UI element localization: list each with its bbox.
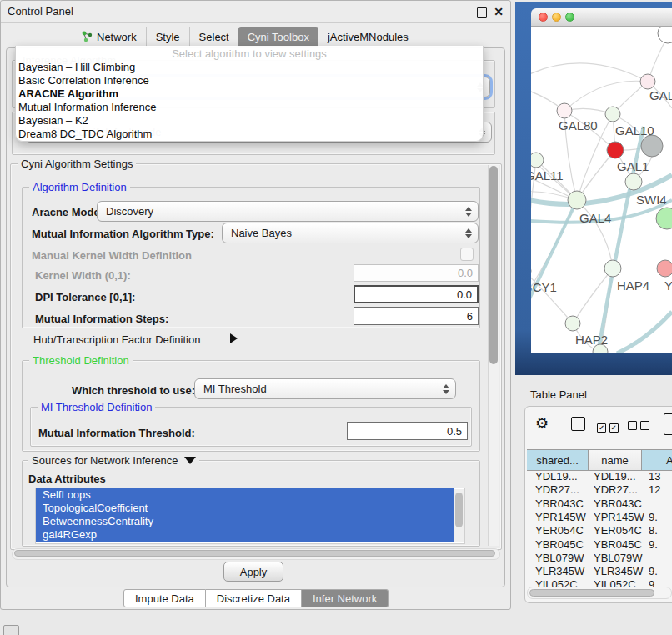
- settings-vertical-scrollbar[interactable]: [488, 165, 499, 546]
- network-window-titlebar[interactable]: [531, 8, 672, 27]
- list-item-gal4rgexp[interactable]: gal4RGexp: [36, 528, 454, 542]
- which-threshold-value: MI Threshold: [203, 382, 267, 395]
- table-row[interactable]: YDL19...YDL19...13: [527, 470, 672, 483]
- minimize-traffic-light[interactable]: [552, 12, 561, 22]
- mi-type-combo[interactable]: Naive Bayes: [222, 222, 479, 243]
- popup-placeholder: Select algorithm to view settings: [16, 48, 483, 61]
- tab-style[interactable]: Style: [146, 27, 189, 47]
- tab-select[interactable]: Select: [189, 27, 238, 47]
- gear-icon[interactable]: ⚙: [535, 416, 549, 431]
- combo-arrows-icon: [443, 383, 449, 395]
- table-row[interactable]: YLR345WYLR345W9.: [527, 565, 672, 578]
- network-node-gray-node[interactable]: [641, 135, 663, 157]
- list-vscroll-thumb[interactable]: [455, 492, 463, 528]
- network-canvas[interactable]: GALGAL80GAL10GAL1GAL11SWI4GAL4GCY1HAP4YH…: [531, 27, 672, 353]
- mi-type-value: Naive Bayes: [231, 227, 292, 239]
- menu-item-bayesian-k2[interactable]: Bayesian – K2: [16, 114, 483, 128]
- table-panel-title: Table Panel: [530, 388, 587, 401]
- settings-hscroll-thumb[interactable]: [14, 550, 495, 557]
- settings-horizontal-scrollbar[interactable]: [12, 548, 500, 560]
- cyni-settings-title: Cyni Algorithm Settings: [18, 158, 136, 170]
- network-node-swi4[interactable]: [625, 173, 642, 190]
- control-panel-tabbar: Network Style Select Cyni Toolbox jActiv…: [73, 27, 418, 47]
- network-node-label-gal80: GAL80: [559, 118, 598, 132]
- network-node-big-green[interactable]: [656, 208, 672, 229]
- float-window-icon[interactable]: [477, 8, 487, 18]
- table-panel: ⚙ ✔ ✔ shared... name A YDL19...YDL19...1…: [524, 406, 672, 603]
- column-header-partial[interactable]: A: [642, 450, 672, 470]
- table-row[interactable]: YIL052CYIL052C9: [527, 578, 672, 587]
- bottom-tabbar: Impute Data Discretize Data Infer Networ…: [123, 589, 389, 608]
- table-row[interactable]: YPR145WYPR145W9.: [527, 511, 672, 524]
- tab-cyni-toolbox[interactable]: Cyni Toolbox: [238, 27, 318, 47]
- table-row[interactable]: YER054CYER054C8.: [527, 524, 672, 538]
- screen: { "colors": { "selection_blue": "#3d6cc8…: [0, 0, 672, 635]
- tab-network[interactable]: Network: [73, 27, 146, 47]
- network-node-hap2[interactable]: [565, 316, 580, 331]
- kernel-width-field[interactable]: 0.0: [354, 264, 479, 282]
- network-node-gal80[interactable]: [557, 103, 572, 118]
- table-row[interactable]: YBR043CYBR043C: [527, 498, 672, 511]
- dpi-tolerance-field[interactable]: 0.0: [354, 285, 479, 303]
- mi-steps-field[interactable]: 6: [354, 307, 479, 325]
- mit-field[interactable]: 0.5: [347, 422, 468, 440]
- threshold-definition-title: Threshold Definition: [29, 354, 133, 367]
- tab-impute-data[interactable]: Impute Data: [123, 589, 206, 608]
- column-header-shared-name[interactable]: shared...: [527, 450, 589, 470]
- network-node-y-partial[interactable]: [657, 260, 672, 277]
- list-item-betweennesscentrality[interactable]: BetweennessCentrality: [36, 515, 454, 528]
- table-row[interactable]: YBL079WYBL079W: [527, 552, 672, 565]
- network-edge: [531, 63, 648, 82]
- collapse-arrow-icon[interactable]: [184, 457, 196, 464]
- list-item-selfloops[interactable]: SelfLoops: [36, 488, 454, 502]
- which-threshold-combo[interactable]: MI Threshold: [194, 378, 456, 399]
- network-node-hap4[interactable]: [604, 260, 621, 277]
- tab-jactivemnodules[interactable]: jActiveMNodules: [318, 27, 418, 47]
- menu-item-aracne[interactable]: ARACNE Algorithm: [16, 88, 483, 101]
- list-item-topologicalcoefficient[interactable]: TopologicalCoefficient: [36, 502, 454, 515]
- table-row[interactable]: YDR27...YDR27...12: [527, 483, 672, 497]
- list-vertical-scrollbar[interactable]: [454, 489, 464, 542]
- close-traffic-light[interactable]: [539, 12, 548, 22]
- table-horizontal-scrollbar[interactable]: [527, 587, 672, 599]
- network-node-gal1[interactable]: [607, 142, 624, 158]
- network-node-gal-partial[interactable]: [640, 74, 655, 89]
- network-view[interactable]: GALGAL80GAL10GAL1GAL11SWI4GAL4GCY1HAP4YH…: [531, 27, 672, 353]
- menu-item-dream8[interactable]: Dream8 DC_TDC Algorithm: [16, 128, 483, 141]
- column-header-name[interactable]: name: [589, 450, 642, 470]
- sources-group-title: Sources for Network Inference: [28, 454, 199, 467]
- algorithm-dropdown-popup: Select algorithm to view settings Bayesi…: [15, 46, 484, 142]
- zoom-traffic-light[interactable]: [565, 12, 574, 22]
- aracne-mode-value: Discovery: [106, 205, 153, 218]
- network-node-label-gcy1: GCY1: [531, 280, 557, 294]
- split-columns-icon[interactable]: [571, 417, 585, 431]
- collapsed-panel-button[interactable]: [3, 625, 19, 635]
- close-icon[interactable]: ✕: [494, 5, 504, 18]
- algorithm-definition-title: Algorithm Definition: [29, 181, 130, 193]
- menu-item-bayesian-hill-climbing[interactable]: Bayesian – Hill Climbing: [16, 61, 483, 74]
- manual-kernel-checkbox[interactable]: [460, 248, 474, 261]
- menu-item-basic-correlation[interactable]: Basic Correlation Inference: [16, 74, 483, 88]
- tab-infer-network[interactable]: Infer Network: [302, 589, 389, 608]
- table-hscroll-thumb[interactable]: [529, 589, 654, 597]
- network-node-gal11[interactable]: [531, 152, 544, 168]
- table-row[interactable]: YBR045CYBR045C9.: [527, 538, 672, 551]
- network-node-gal10[interactable]: [605, 107, 620, 122]
- mit-label: Mutual Information Threshold:: [38, 427, 195, 439]
- settings-vscroll-thumb[interactable]: [489, 166, 498, 364]
- data-attributes-list[interactable]: SelfLoops TopologicalCoefficient Between…: [35, 488, 465, 544]
- combo-arrows-icon: [465, 228, 472, 239]
- manual-kernel-label: Manual Kernel Width Definition: [32, 249, 192, 262]
- checked-columns-icon[interactable]: ✔ ✔: [597, 420, 619, 432]
- tab-discretize-data[interactable]: Discretize Data: [206, 589, 302, 608]
- partial-toolbar-icon[interactable]: [664, 413, 672, 435]
- aracne-mode-combo[interactable]: Discovery: [97, 201, 479, 222]
- menu-item-mutual-information[interactable]: Mutual Information Inference: [16, 101, 483, 114]
- unchecked-columns-icon[interactable]: [628, 420, 649, 432]
- network-node-gal4[interactable]: [568, 191, 586, 209]
- apply-button[interactable]: Apply: [223, 562, 283, 582]
- network-node-top-arc[interactable]: [658, 27, 672, 43]
- network-node-label-swi4: SWI4: [636, 192, 667, 207]
- expand-arrow-icon[interactable]: [230, 333, 238, 343]
- which-threshold-label: Which threshold to use:: [72, 384, 195, 397]
